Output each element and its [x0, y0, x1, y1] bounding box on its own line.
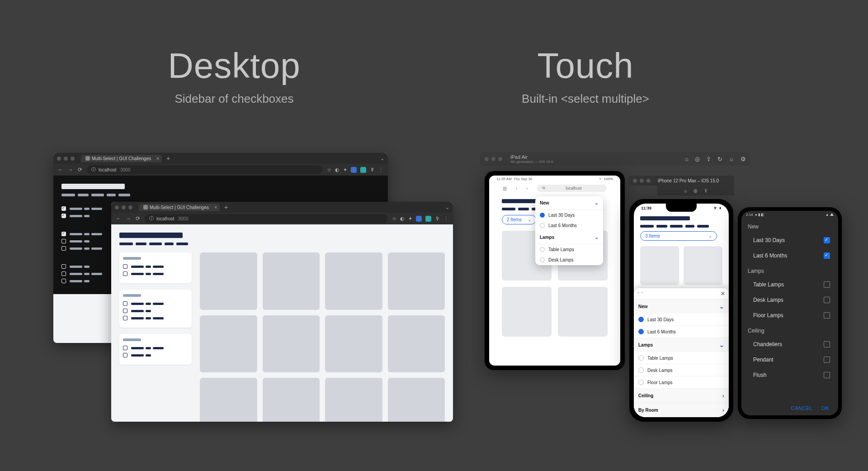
- checkbox-icon[interactable]: [123, 264, 127, 269]
- filter-option[interactable]: Last 6 Months: [741, 248, 838, 263]
- checkbox-icon[interactable]: [824, 341, 830, 347]
- checkbox-icon[interactable]: [824, 357, 830, 363]
- checkbox-icon[interactable]: [61, 239, 66, 243]
- menu-icon[interactable]: ⋮: [443, 216, 448, 222]
- ipad-url-pill[interactable]: ᴬA localhost: [537, 185, 607, 192]
- filter-checkbox-row[interactable]: [123, 316, 188, 320]
- checkbox-icon[interactable]: [61, 232, 66, 236]
- result-card[interactable]: [325, 252, 382, 310]
- back-icon[interactable]: ‹: [516, 186, 517, 191]
- filter-option[interactable]: Desk Lamps: [535, 255, 603, 265]
- new-tab-button[interactable]: +: [224, 204, 228, 211]
- filter-checkbox-row[interactable]: [61, 214, 116, 218]
- close-tab-icon[interactable]: ×: [156, 156, 159, 161]
- window-controls[interactable]: [485, 157, 502, 161]
- result-card[interactable]: [640, 246, 679, 285]
- mic-icon[interactable]: 🎙: [370, 167, 375, 172]
- extension-chip-teal[interactable]: [360, 167, 366, 173]
- filter-checkbox-row[interactable]: [61, 264, 116, 269]
- address-field[interactable]: ⓘ localhost:3000: [145, 214, 387, 223]
- result-card[interactable]: [263, 315, 320, 373]
- extensions-icon[interactable]: ✦: [408, 216, 412, 222]
- filter-checkbox-row[interactable]: [123, 346, 188, 350]
- filter-checkbox-row[interactable]: [123, 264, 188, 269]
- filter-option[interactable]: Table Lamps: [634, 352, 729, 364]
- window-controls[interactable]: [57, 157, 75, 161]
- home-icon[interactable]: ⌂: [684, 188, 687, 193]
- back-icon[interactable]: ←: [116, 215, 121, 222]
- share-icon[interactable]: ⇪: [704, 188, 708, 193]
- close-icon[interactable]: ✕: [721, 290, 725, 297]
- extension-chip-teal[interactable]: [425, 216, 431, 222]
- mic-icon[interactable]: 🎙: [435, 216, 440, 221]
- filter-checkbox-row[interactable]: [123, 309, 188, 313]
- filter-group-header[interactable]: By Room ›: [634, 403, 729, 417]
- camera-icon[interactable]: ◎: [693, 188, 698, 193]
- result-card[interactable]: [388, 315, 445, 373]
- sun-icon[interactable]: ☼: [729, 156, 734, 162]
- selected-items-pill[interactable]: 3 Items ⌄: [640, 231, 717, 241]
- checkbox-icon[interactable]: [824, 372, 830, 378]
- sidebar-icon[interactable]: ▥: [503, 186, 507, 191]
- ok-button[interactable]: OK: [821, 405, 829, 411]
- checkbox-icon[interactable]: [824, 312, 830, 319]
- cancel-button[interactable]: CANCEL: [791, 405, 812, 411]
- home-icon[interactable]: ⌂: [685, 156, 689, 162]
- filter-option[interactable]: Last 30 Days: [634, 314, 729, 326]
- extensions-icon[interactable]: ✦: [343, 167, 347, 173]
- filter-option[interactable]: Last 6 Months: [634, 326, 729, 338]
- result-card[interactable]: [684, 246, 722, 285]
- menu-icon[interactable]: ⋮: [378, 167, 383, 173]
- address-field[interactable]: ⓘ localhost:3000: [87, 165, 322, 174]
- checkbox-icon[interactable]: [824, 252, 830, 259]
- forward-icon[interactable]: ›: [526, 186, 528, 191]
- filter-group-header[interactable]: Lamps ⌄: [535, 231, 603, 244]
- checkbox-icon[interactable]: [61, 246, 66, 251]
- checkbox-icon[interactable]: [123, 353, 127, 357]
- filter-group-header[interactable]: Lamps ⌄: [634, 338, 729, 352]
- checkbox-icon[interactable]: [123, 316, 127, 320]
- result-card[interactable]: [388, 252, 445, 310]
- filter-option[interactable]: Table Lamps: [535, 244, 603, 255]
- checkbox-icon[interactable]: [824, 297, 830, 303]
- forward-icon[interactable]: →: [68, 167, 73, 173]
- checkbox-icon[interactable]: [123, 309, 127, 313]
- star-icon[interactable]: ☆: [392, 216, 396, 222]
- filter-option[interactable]: Floor Lamps: [634, 376, 729, 389]
- gear-icon[interactable]: ⚙: [741, 156, 746, 162]
- filter-option[interactable]: Floor Lamps: [741, 308, 838, 323]
- sheet-arrows[interactable]: ˄ ˅: [637, 291, 643, 296]
- filter-option[interactable]: Chandeliers: [741, 337, 838, 352]
- filter-checkbox-row[interactable]: [123, 271, 188, 276]
- rotate-icon[interactable]: ↻: [717, 156, 722, 162]
- window-controls[interactable]: [115, 205, 132, 209]
- filter-group-header[interactable]: New ⌄: [634, 300, 729, 314]
- reload-icon[interactable]: ⟳: [136, 215, 140, 222]
- back-icon[interactable]: ←: [58, 167, 63, 173]
- moon-icon[interactable]: ◐: [335, 167, 340, 173]
- checkbox-icon[interactable]: [123, 271, 127, 276]
- filter-option[interactable]: Last 6 Months: [535, 220, 603, 231]
- result-card[interactable]: [200, 252, 257, 310]
- result-card[interactable]: [558, 287, 608, 337]
- moon-icon[interactable]: ◐: [400, 216, 405, 222]
- filter-checkbox-row[interactable]: [61, 206, 116, 211]
- filter-checkbox-row[interactable]: [61, 246, 116, 251]
- checkbox-icon[interactable]: [61, 264, 66, 269]
- filter-option[interactable]: Pendant: [741, 352, 838, 367]
- camera-icon[interactable]: ◎: [695, 156, 700, 162]
- window-controls[interactable]: [633, 179, 651, 183]
- filter-checkbox-row[interactable]: [123, 353, 188, 357]
- reload-icon[interactable]: ⟳: [78, 167, 82, 173]
- result-card[interactable]: [388, 378, 445, 422]
- new-tab-button[interactable]: +: [166, 155, 170, 162]
- filter-checkbox-row[interactable]: [123, 301, 188, 306]
- checkbox-icon[interactable]: [61, 214, 66, 218]
- filter-group-header[interactable]: New ⌄: [535, 196, 603, 210]
- checkbox-icon[interactable]: [824, 237, 830, 243]
- filter-group-header[interactable]: Ceiling ›: [634, 389, 729, 403]
- result-card[interactable]: [263, 252, 320, 310]
- checkbox-icon[interactable]: [61, 206, 66, 211]
- filter-option[interactable]: Flush: [741, 367, 838, 383]
- ipad-select-popover[interactable]: New ⌄ Last 30 Days Last 6 Months Lamps ⌄…: [535, 196, 603, 265]
